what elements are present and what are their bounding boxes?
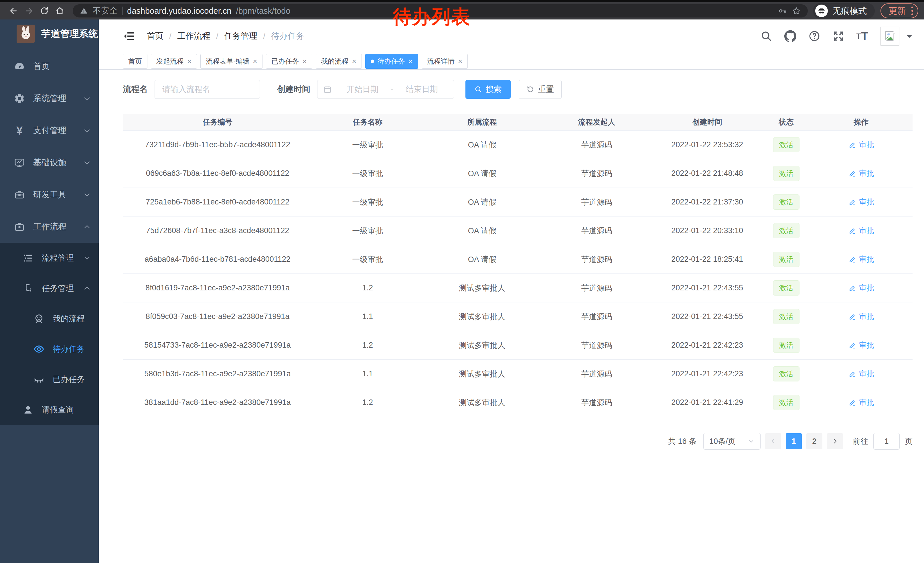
- github-icon[interactable]: [784, 30, 796, 42]
- close-icon[interactable]: ×: [458, 57, 462, 65]
- prev-page-button[interactable]: [765, 433, 781, 449]
- star-icon[interactable]: [792, 6, 801, 15]
- url-host[interactable]: dashboard.yudao.iocoder.cn: [127, 6, 231, 16]
- tab-home[interactable]: 首页: [123, 54, 147, 69]
- close-icon[interactable]: ×: [187, 57, 192, 65]
- security-label[interactable]: 不安全: [93, 5, 118, 17]
- sidebar-item-payment[interactable]: ¥ 支付管理: [0, 114, 99, 147]
- approve-button[interactable]: 审批: [848, 312, 874, 321]
- goto-page-input[interactable]: [873, 433, 900, 450]
- eye-open-icon: [33, 343, 45, 355]
- process-name-input[interactable]: [154, 80, 260, 99]
- page-size-value: 10条/页: [710, 436, 736, 446]
- tab-my-process[interactable]: 我的流程×: [316, 54, 362, 69]
- tab-todo-tasks[interactable]: 待办任务×: [365, 54, 418, 69]
- cell-created-time: 2022-01-22 21:37:30: [652, 198, 762, 206]
- close-icon[interactable]: ×: [408, 57, 413, 65]
- sidebar-item-dev-tools[interactable]: 研发工具: [0, 179, 99, 211]
- update-button[interactable]: 更新: [880, 3, 918, 18]
- approve-button-label: 审批: [859, 168, 874, 179]
- face-icon: [33, 313, 45, 324]
- date-range-picker[interactable]: 开始日期 - 结束日期: [317, 80, 454, 99]
- tab-label: 发起流程: [156, 57, 184, 66]
- home-icon[interactable]: [52, 3, 68, 19]
- approve-button[interactable]: 审批: [848, 283, 874, 293]
- sidebar-item-my-process[interactable]: 我的流程: [0, 303, 99, 334]
- tab-done-tasks[interactable]: 已办任务×: [266, 54, 312, 69]
- start-date-placeholder[interactable]: 开始日期: [336, 84, 388, 95]
- sidebar-item-process-management[interactable]: 流程管理: [0, 243, 99, 273]
- cell-process: 测试多审批人: [423, 369, 541, 379]
- search-button[interactable]: 搜索: [465, 80, 511, 99]
- cell-process: OA 请假: [423, 254, 541, 264]
- sidebar-item-todo-tasks[interactable]: 待办任务: [0, 334, 99, 364]
- approve-button[interactable]: 审批: [848, 168, 874, 179]
- chevron-down-icon: [83, 254, 91, 262]
- approve-button[interactable]: 审批: [848, 254, 874, 264]
- reload-icon[interactable]: [37, 3, 52, 19]
- annotation-overlay: 待办列表: [393, 4, 471, 30]
- status-badge: 激活: [773, 395, 800, 410]
- fullscreen-icon[interactable]: [832, 30, 844, 42]
- end-date-placeholder[interactable]: 结束日期: [396, 84, 448, 95]
- approve-button[interactable]: 审批: [848, 226, 874, 236]
- sidebar-item-workflow[interactable]: 工作流程: [0, 211, 99, 243]
- sidebar-item-home[interactable]: 首页: [0, 50, 99, 83]
- back-icon[interactable]: [6, 3, 21, 19]
- approve-button[interactable]: 审批: [848, 197, 874, 207]
- next-page-button[interactable]: [827, 433, 843, 449]
- approve-button[interactable]: 审批: [848, 398, 874, 407]
- close-icon[interactable]: ×: [352, 57, 356, 65]
- incognito-badge: 无痕模式: [813, 3, 875, 19]
- sidebar-item-done-tasks[interactable]: 已办任务: [0, 364, 99, 395]
- tab-process-detail[interactable]: 流程详情×: [422, 54, 468, 69]
- sidebar-toggle-icon[interactable]: [123, 30, 135, 42]
- breadcrumb-task-management[interactable]: 任务管理: [224, 30, 257, 42]
- close-icon[interactable]: ×: [302, 57, 307, 65]
- breadcrumb-home[interactable]: 首页: [147, 30, 164, 42]
- chevron-down-icon[interactable]: [906, 35, 912, 41]
- cell-task-id: 8f0d1619-7ac8-11ec-a9e2-a2380e71991a: [123, 284, 312, 293]
- avatar-broken-image-icon[interactable]: [880, 27, 899, 45]
- table-row: 381aa1dd-7ac8-11ec-a9e2-a2380e71991a 1.2…: [123, 388, 912, 417]
- cell-created-time: 2022-01-21 22:42:23: [652, 369, 762, 378]
- table-header-row: 任务编号 任务名称 所属流程 流程发起人 创建时间 状态 操作: [123, 114, 912, 131]
- forward-icon[interactable]: [21, 3, 37, 19]
- sidebar-item-leave-query[interactable]: 请假查询: [0, 395, 99, 425]
- key-icon[interactable]: [778, 6, 787, 15]
- approve-button-label: 审批: [859, 254, 874, 264]
- sidebar-item-label: 系统管理: [33, 93, 66, 104]
- close-icon[interactable]: ×: [253, 57, 257, 65]
- search-button-label: 搜索: [486, 84, 502, 95]
- page-button-1[interactable]: 1: [786, 433, 802, 449]
- sidebar-item-infrastructure[interactable]: 基础设施: [0, 147, 99, 179]
- page-button-2[interactable]: 2: [806, 433, 822, 449]
- chevron-down-icon: [83, 159, 91, 167]
- reset-button[interactable]: 重置: [519, 80, 562, 99]
- page-size-select[interactable]: 10条/页: [703, 433, 760, 450]
- column-header: 任务名称: [312, 114, 423, 130]
- url-path[interactable]: /bpm/task/todo: [236, 6, 290, 16]
- approve-button[interactable]: 审批: [848, 340, 874, 350]
- approve-button[interactable]: 审批: [848, 369, 874, 379]
- tab-label: 流程表单-编辑: [206, 57, 249, 66]
- search-icon[interactable]: [760, 30, 772, 42]
- approve-button-label: 审批: [859, 140, 874, 150]
- approve-button[interactable]: 审批: [848, 140, 874, 150]
- calendar-icon: [323, 85, 332, 94]
- kebab-menu-icon[interactable]: [911, 7, 913, 15]
- sidebar-item-system[interactable]: 系统管理: [0, 83, 99, 114]
- tab-process-form-edit[interactable]: 流程表单-编辑×: [200, 54, 262, 69]
- breadcrumb-workflow[interactable]: 工作流程: [177, 30, 210, 42]
- status-badge: 激活: [773, 309, 800, 324]
- breadcrumb-separator: /: [263, 32, 266, 41]
- update-label[interactable]: 更新: [888, 5, 906, 17]
- app-logo[interactable]: 芋道管理系统: [0, 20, 99, 48]
- sidebar-item-task-management[interactable]: 任务管理: [0, 273, 99, 303]
- font-size-icon[interactable]: TT: [856, 30, 868, 43]
- help-icon[interactable]: [808, 30, 820, 42]
- workflow-submenu: 流程管理 任务管理 我的流程: [0, 243, 99, 425]
- cell-created-time: 2022-01-21 22:42:23: [652, 341, 762, 350]
- approve-button-label: 审批: [859, 197, 874, 207]
- tab-start-process[interactable]: 发起流程×: [151, 54, 197, 69]
